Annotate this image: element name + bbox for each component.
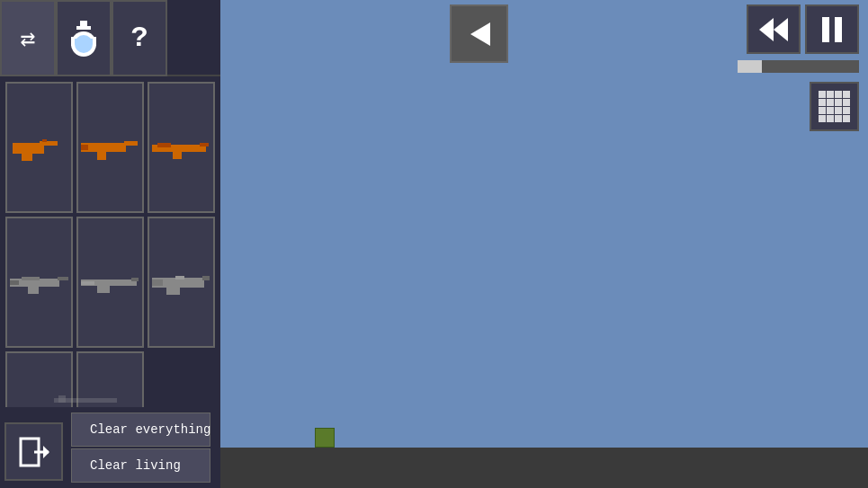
smg-icon bbox=[79, 134, 142, 161]
potion-button[interactable] bbox=[56, 0, 112, 76]
svg-rect-19 bbox=[58, 277, 68, 280]
game-entity bbox=[315, 428, 335, 448]
svg-rect-22 bbox=[22, 277, 40, 280]
svg-rect-30 bbox=[152, 279, 163, 286]
svg-rect-15 bbox=[200, 143, 209, 146]
weapon-slot-smg[interactable] bbox=[76, 82, 144, 213]
bottom-area: Clear everything Clear living bbox=[0, 407, 220, 488]
pistol-icon bbox=[8, 134, 71, 161]
svg-rect-5 bbox=[75, 39, 93, 44]
svg-rect-26 bbox=[81, 281, 94, 285]
svg-rect-8 bbox=[22, 154, 32, 161]
svg-rect-11 bbox=[124, 141, 138, 146]
svg-rect-40 bbox=[58, 395, 66, 403]
svg-rect-1 bbox=[76, 26, 91, 30]
svg-rect-31 bbox=[175, 276, 184, 279]
back-button[interactable] bbox=[450, 4, 508, 63]
svg-rect-21 bbox=[10, 280, 19, 285]
toolbar: ⇄ ? bbox=[0, 0, 220, 76]
svg-rect-6 bbox=[13, 143, 44, 154]
svg-marker-46 bbox=[774, 18, 788, 41]
exit-button[interactable] bbox=[4, 422, 63, 481]
rifle-icon bbox=[150, 134, 213, 161]
svg-rect-47 bbox=[822, 17, 829, 42]
context-menu: Clear everything Clear living bbox=[67, 409, 214, 486]
assault-rifle-icon bbox=[8, 269, 71, 296]
svg-rect-13 bbox=[81, 145, 88, 150]
pause-icon bbox=[819, 13, 845, 46]
help-button[interactable]: ? bbox=[112, 0, 167, 76]
top-right-controls bbox=[738, 4, 859, 131]
potion-icon bbox=[67, 19, 100, 58]
weapon-slot-pistol[interactable] bbox=[5, 82, 73, 213]
svg-rect-17 bbox=[157, 143, 171, 147]
svg-rect-24 bbox=[131, 278, 139, 281]
svg-rect-9 bbox=[42, 139, 47, 142]
back-arrow-icon bbox=[463, 18, 496, 50]
weapon-slot-assault[interactable] bbox=[5, 217, 73, 348]
svg-marker-45 bbox=[759, 18, 774, 41]
svg-rect-29 bbox=[166, 288, 180, 295]
pause-button[interactable] bbox=[805, 4, 859, 54]
swap-icon: ⇄ bbox=[21, 23, 36, 54]
svg-marker-44 bbox=[470, 22, 490, 46]
game-area bbox=[220, 0, 868, 488]
playback-controls bbox=[747, 4, 859, 54]
svg-rect-28 bbox=[202, 276, 210, 280]
sidebar-figure bbox=[54, 394, 126, 407]
grid-toggle-button[interactable] bbox=[810, 82, 859, 131]
svg-rect-16 bbox=[173, 152, 182, 159]
weapon-slot-rifle[interactable] bbox=[148, 82, 215, 213]
question-icon: ? bbox=[130, 22, 148, 55]
swap-button[interactable]: ⇄ bbox=[0, 0, 56, 76]
weapon-slot-shotgun[interactable] bbox=[76, 217, 144, 348]
machine-gun-icon bbox=[150, 269, 213, 296]
svg-rect-48 bbox=[835, 17, 842, 42]
clear-living-button[interactable]: Clear living bbox=[71, 448, 210, 483]
ground bbox=[220, 448, 868, 488]
exit-icon bbox=[16, 434, 52, 470]
weapon-slot-mg[interactable] bbox=[148, 217, 215, 348]
rewind-button[interactable] bbox=[747, 4, 801, 54]
svg-rect-25 bbox=[97, 286, 110, 293]
rewind-icon bbox=[757, 13, 790, 46]
progress-bar bbox=[738, 60, 762, 73]
shotgun-icon bbox=[79, 269, 142, 296]
clear-everything-button[interactable]: Clear everything bbox=[71, 413, 210, 447]
svg-rect-12 bbox=[97, 152, 106, 160]
svg-marker-43 bbox=[43, 446, 49, 458]
progress-bar-container[interactable] bbox=[738, 60, 859, 73]
svg-rect-20 bbox=[28, 287, 39, 294]
grid-icon bbox=[819, 91, 850, 122]
